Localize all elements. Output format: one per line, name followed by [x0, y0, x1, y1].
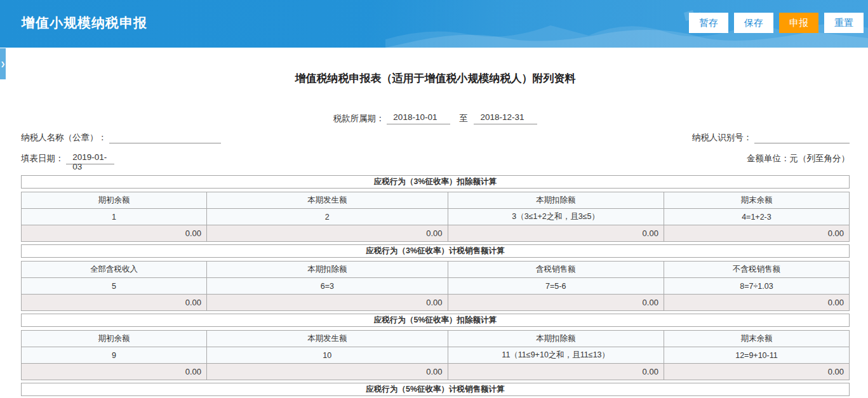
amount-cell[interactable]: 0.00 [22, 225, 207, 242]
amount-cell[interactable]: 0.00 [664, 364, 849, 380]
taxpayer-id-field[interactable] [754, 131, 850, 143]
main-content: 增值税纳税申报表（适用于增值税小规模纳税人）附列资料 税款所属期： 2018-1… [0, 48, 868, 396]
header-cell: 期末余额 [664, 192, 849, 209]
taxpayer-name-label: 纳税人名称（公章）： [21, 133, 107, 142]
formula-row: 91011（11≤9+10之和，且11≤13）12=9+10-11 [22, 347, 850, 364]
amount-cell[interactable]: 0.00 [448, 225, 664, 242]
header-cell: 期初余额 [22, 331, 207, 347]
formula-row: 56=37=5-68=7÷1.03 [22, 278, 850, 295]
fill-date-row: 填表日期： 2019-01-03 金额单位：元（列至角分） [21, 152, 850, 164]
header-cell: 本期扣除额 [448, 331, 664, 347]
action-button-3[interactable]: 重置 [824, 13, 864, 33]
period-end-field[interactable]: 2018-12-31 [474, 112, 537, 124]
amount-cell[interactable]: 0.00 [22, 295, 207, 311]
amount-cell[interactable]: 0.00 [207, 295, 448, 311]
amount-cell[interactable]: 0.00 [448, 364, 664, 380]
formula-cell: 5 [22, 278, 207, 295]
header-cell: 不含税销售额 [664, 262, 849, 278]
column-header-row: 期初余额本期发生额本期扣除额期末余额 [22, 192, 850, 209]
header-action-buttons: 暂存保存申报重置 [689, 13, 864, 33]
formula-cell: 7=5-6 [448, 278, 664, 295]
submit-button-2[interactable]: 申报 [779, 13, 818, 33]
section-title: 应税行为（5%征收率）计税销售额计算 [21, 383, 850, 396]
header-cell: 含税销售额 [448, 262, 664, 278]
section-table: 期初余额本期发生额本期扣除额期末余额 91011（11≤9+10之和，且11≤1… [21, 330, 850, 380]
column-header-row: 期初余额本期发生额本期扣除额期末余额 [22, 331, 850, 347]
taxpayer-name-field[interactable] [109, 131, 221, 143]
period-to-label: 至 [459, 114, 468, 123]
fill-date-label: 填表日期： [21, 154, 64, 163]
table-section: 应税行为（3%征收率）扣除额计算 期初余额本期发生额本期扣除额期末余额 123（… [21, 175, 850, 242]
amount-cell[interactable]: 0.00 [448, 295, 664, 311]
value-row: 0.000.000.000.00 [22, 295, 850, 311]
formula-cell: 11（11≤9+10之和，且11≤13） [448, 347, 664, 364]
formula-cell: 10 [207, 347, 448, 364]
table-section: 应税行为（3%征收率）计税销售额计算 全部含税收入本期扣除额含税销售额不含税销售… [21, 244, 850, 311]
formula-cell: 4=1+2-3 [664, 209, 849, 225]
action-button-1[interactable]: 保存 [734, 13, 773, 33]
taxpayer-id-label: 纳税人识别号： [692, 133, 752, 142]
formula-row: 123（3≤1+2之和，且3≤5）4=1+2-3 [22, 209, 850, 225]
amount-cell[interactable]: 0.00 [207, 364, 448, 380]
form-title: 增值税纳税申报表（适用于增值税小规模纳税人）附列资料 [21, 48, 850, 86]
amount-cell[interactable]: 0.00 [664, 225, 849, 242]
value-row: 0.000.000.000.00 [22, 364, 850, 380]
header-cell: 本期扣除额 [448, 192, 664, 209]
section-title: 应税行为（3%征收率）计税销售额计算 [21, 244, 850, 258]
header-cell: 期末余额 [664, 331, 849, 347]
amount-cell[interactable]: 0.00 [664, 295, 849, 311]
tax-period-row: 税款所属期： 2018-10-01 至 2018-12-31 [21, 112, 850, 124]
app-title: 增值小规模纳税申报 [22, 14, 147, 32]
formula-cell: 2 [207, 209, 448, 225]
formula-cell: 6=3 [207, 278, 448, 295]
formula-cell: 1 [22, 209, 207, 225]
fill-date-group: 填表日期： 2019-01-03 [21, 152, 114, 164]
period-start-field[interactable]: 2018-10-01 [387, 112, 450, 124]
taxpayer-name-group: 纳税人名称（公章）： [21, 131, 221, 143]
taxpayer-row: 纳税人名称（公章）： 纳税人识别号： [21, 131, 850, 143]
period-label: 税款所属期： [333, 114, 385, 123]
header-cell: 本期扣除额 [207, 262, 448, 278]
amount-cell[interactable]: 0.00 [207, 225, 448, 242]
action-button-0[interactable]: 暂存 [689, 13, 728, 33]
header-cell: 全部含税收入 [22, 262, 207, 278]
section-table: 期初余额本期发生额本期扣除额期末余额 123（3≤1+2之和，且3≤5）4=1+… [21, 192, 850, 242]
table-section: 应税行为（5%征收率）计税销售额计算 [21, 383, 850, 396]
formula-cell: 3（3≤1+2之和，且3≤5） [448, 209, 664, 225]
section-table: 全部含税收入本期扣除额含税销售额不含税销售额 56=37=5-68=7÷1.03… [21, 261, 850, 311]
formula-cell: 9 [22, 347, 207, 364]
header-cell: 期初余额 [22, 192, 207, 209]
chevron-right-icon: ❯ [1, 61, 6, 67]
declaration-tables: 应税行为（3%征收率）扣除额计算 期初余额本期发生额本期扣除额期末余额 123（… [21, 175, 850, 396]
table-section: 应税行为（5%征收率）扣除额计算 期初余额本期发生额本期扣除额期末余额 9101… [21, 314, 850, 380]
sidebar-expand-tab[interactable]: ❯ [0, 48, 6, 79]
fill-date-field[interactable]: 2019-01-03 [66, 152, 114, 164]
formula-cell: 8=7÷1.03 [664, 278, 849, 295]
column-header-row: 全部含税收入本期扣除额含税销售额不含税销售额 [22, 262, 850, 278]
formula-cell: 12=9+10-11 [664, 347, 849, 364]
header-cell: 本期发生额 [207, 331, 448, 347]
section-title: 应税行为（3%征收率）扣除额计算 [21, 175, 850, 189]
amount-unit-label: 金额单位：元（列至角分） [747, 153, 850, 164]
amount-cell[interactable]: 0.00 [22, 364, 207, 380]
section-title: 应税行为（5%征收率）扣除额计算 [21, 314, 850, 327]
header-cell: 本期发生额 [207, 192, 448, 209]
value-row: 0.000.000.000.00 [22, 225, 850, 242]
app-header: 增值小规模纳税申报 暂存保存申报重置 [0, 0, 868, 48]
taxpayer-id-group: 纳税人识别号： [692, 131, 850, 143]
